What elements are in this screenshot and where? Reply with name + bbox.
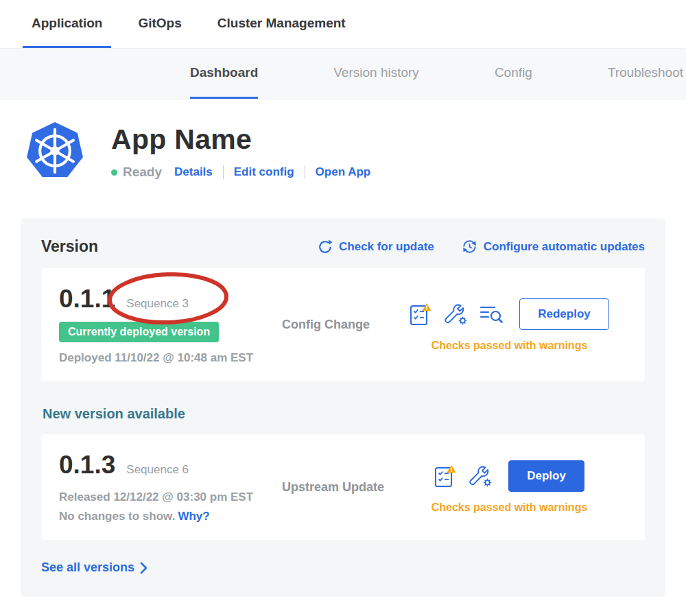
config-wrench-gear-icon[interactable] [469,465,492,487]
app-title-block: App Name Ready Details Edit config Open … [111,122,370,180]
no-changes-row: No changes to show.Why? [59,510,282,523]
current-checks-status: Checks passed with warnings [431,340,588,352]
new-version-info: 0.1.3 Sequence 6 Released 12/12/22 @ 03:… [59,451,282,523]
config-wrench-gear-icon[interactable] [444,303,467,325]
tab-config[interactable]: Config [495,49,532,99]
current-check-icons [410,303,503,326]
chevron-right-icon [140,562,147,574]
new-actions-row: Deploy [434,460,584,492]
preflight-checks-warning-icon[interactable] [410,303,431,326]
new-version-actions: Deploy Checks passed with warnings [392,460,627,514]
new-version-line: 0.1.3 Sequence 6 [59,451,282,479]
preflight-checks-warning-icon[interactable] [434,464,456,488]
tab-gitops[interactable]: GitOps [129,0,190,48]
app-meta-row: Ready Details Edit config Open App [111,165,370,180]
new-sequence-label: Sequence 6 [126,463,189,477]
tab-troubleshoot[interactable]: Troubleshoot [608,49,683,99]
configure-automatic-updates-label: Configure automatic updates [484,240,645,254]
auto-update-clock-icon [462,239,477,254]
check-for-update-link[interactable]: Check for update [318,239,434,254]
deployed-timestamp: Deployed 11/10/22 @ 10:48 am EST [59,351,282,365]
tab-application[interactable]: Application [23,0,111,48]
see-all-versions-link[interactable]: See all versions [41,560,147,575]
deploy-button[interactable]: Deploy [508,460,584,492]
kubernetes-logo-icon [26,122,84,180]
open-app-link[interactable]: Open App [316,165,371,179]
edit-config-link[interactable]: Edit config [234,165,294,179]
new-version-heading: New version available [43,406,645,422]
current-version-line: 0.1.1 Sequence 3 [59,285,282,313]
separator [223,165,224,179]
why-link[interactable]: Why? [178,510,209,523]
tab-version-history[interactable]: Version history [333,49,419,99]
new-checks-status: Checks passed with warnings [431,501,588,514]
version-panel-actions: Check for update Configure automatic upd… [318,239,645,254]
current-actions-row: Redeploy [410,298,609,330]
new-change-type: Upstream Update [282,480,392,495]
app-header: App Name Ready Details Edit config Open … [26,122,686,180]
new-check-icons [434,464,492,488]
current-version-actions: Redeploy Checks passed with warnings [392,298,627,352]
see-all-versions-label: See all versions [41,560,134,575]
version-panel-title: Version [41,237,98,256]
primary-nav: Application GitOps Cluster Management [0,0,686,49]
version-panel: Version Check for update [21,218,665,597]
refresh-icon [318,239,333,254]
new-version-number: 0.1.3 [59,451,115,479]
details-link[interactable]: Details [174,165,213,179]
current-version-number: 0.1.1 [59,285,115,313]
no-changes-text: No changes to show. [59,510,175,523]
separator [305,165,305,179]
current-sequence-label: Sequence 3 [126,297,189,311]
tab-cluster-management[interactable]: Cluster Management [209,0,355,48]
version-panel-header: Version Check for update [41,237,645,256]
configure-automatic-updates-link[interactable]: Configure automatic updates [462,239,645,254]
status-badge: Ready [111,165,162,180]
status-dot-icon [111,169,117,176]
tab-dashboard[interactable]: Dashboard [190,49,258,99]
status-label: Ready [123,165,162,180]
check-for-update-label: Check for update [339,240,434,254]
current-version-info: 0.1.1 Sequence 3 Currently deployed vers… [59,285,282,365]
currently-deployed-badge: Currently deployed version [59,322,219,342]
new-version-card: 0.1.3 Sequence 6 Released 12/12/22 @ 03:… [41,434,645,540]
redeploy-button[interactable]: Redeploy [519,298,609,330]
current-change-type: Config Change [282,318,392,332]
released-timestamp: Released 12/12/22 @ 03:30 pm EST [59,490,282,504]
view-diff-search-icon[interactable] [480,304,503,324]
secondary-nav: Dashboard Version history Config Trouble… [0,49,686,99]
current-version-card: 0.1.1 Sequence 3 Currently deployed vers… [41,268,645,381]
page-title: App Name [111,123,370,156]
